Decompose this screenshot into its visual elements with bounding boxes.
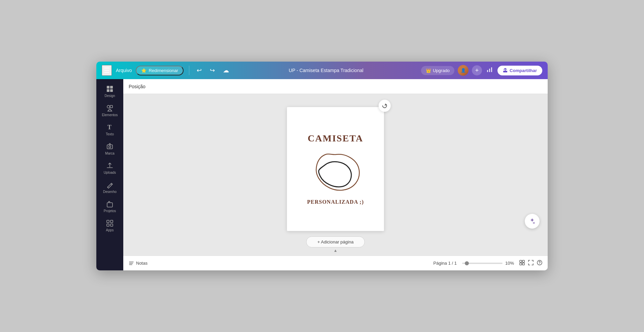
design-canvas[interactable]: CAMISETA PERSONALIZADA ;) <box>287 107 384 231</box>
canvas-text-bottom: PERSONALIZADA ;) <box>307 199 364 205</box>
svg-text:T: T <box>107 124 111 131</box>
document-title: UP - Camiseta Estampa Tradicional <box>235 68 417 73</box>
undo-button[interactable]: ↩ <box>195 66 204 75</box>
top-bar-right: 👑 Upgrado 👤 + Compartilhar <box>421 65 542 76</box>
help-button[interactable] <box>537 260 542 267</box>
bottom-right-icons <box>519 260 542 267</box>
svg-rect-26 <box>522 260 524 262</box>
design-icon <box>106 85 114 93</box>
elementos-icon <box>106 104 114 112</box>
svg-rect-25 <box>520 260 522 262</box>
divider <box>189 66 189 75</box>
upgrade-emoji: 👑 <box>426 68 431 73</box>
svg-rect-18 <box>107 224 109 226</box>
svg-point-8 <box>107 105 110 108</box>
svg-rect-5 <box>110 86 113 89</box>
projetos-icon <box>106 200 114 208</box>
sidebar-item-projetos[interactable]: Projetos <box>96 197 123 216</box>
redimensionar-button[interactable]: ⭐ Redimensionar <box>136 66 183 75</box>
sidebar-item-elementos[interactable]: Elementos <box>96 101 123 120</box>
svg-rect-6 <box>107 89 109 92</box>
sidebar-item-desenho[interactable]: Desenho <box>96 178 123 197</box>
sidebar-item-texto[interactable]: T Texto <box>96 120 123 139</box>
stats-button[interactable] <box>485 65 494 76</box>
redo-button[interactable]: ↪ <box>208 66 217 75</box>
upgrade-button[interactable]: 👑 Upgrado <box>421 66 454 75</box>
svg-rect-7 <box>110 89 113 92</box>
svg-marker-10 <box>108 109 112 111</box>
marca-icon <box>106 143 114 150</box>
grid-view-button[interactable] <box>519 260 525 267</box>
sidebar-label-texto: Texto <box>106 132 114 136</box>
avatar-image: 👤 <box>458 65 469 76</box>
svg-rect-0 <box>487 70 488 72</box>
cloud-save-button[interactable]: ☁ <box>221 66 231 75</box>
zoom-label: 10% <box>505 261 514 266</box>
svg-rect-28 <box>522 263 524 265</box>
texto-icon: T <box>106 124 114 131</box>
position-label: Posição <box>129 84 146 89</box>
add-collaborator-button[interactable]: + <box>472 65 482 75</box>
svg-rect-2 <box>491 67 492 72</box>
fullscreen-button[interactable] <box>528 260 534 267</box>
svg-rect-27 <box>520 263 522 265</box>
zoom-slider[interactable] <box>462 263 503 264</box>
notes-label: Notas <box>136 261 148 266</box>
redimensionar-label: Redimensionar <box>149 68 178 73</box>
main-body: Design Elementos T Texto <box>96 79 548 270</box>
svg-rect-1 <box>489 69 490 72</box>
bottom-bar: Notas Página 1 / 1 10% <box>123 256 548 270</box>
svg-rect-9 <box>110 105 112 108</box>
svg-point-24 <box>533 222 535 224</box>
ai-magic-button[interactable] <box>525 214 540 229</box>
add-page-button[interactable]: + Adicionar página <box>306 236 364 247</box>
zoom-thumb <box>465 261 469 265</box>
redimensionar-emoji: ⭐ <box>141 68 147 73</box>
toolbar: Posição <box>123 79 548 94</box>
sidebar-item-uploads[interactable]: Uploads <box>96 159 123 178</box>
canvas-artwork <box>305 148 366 195</box>
apps-icon <box>106 220 114 227</box>
sidebar-item-marca[interactable]: Marca <box>96 139 123 159</box>
svg-point-13 <box>109 143 110 145</box>
sidebar-item-apps[interactable]: Apps <box>96 216 123 235</box>
sidebar-label-projetos: Projetos <box>104 209 116 213</box>
canvas-text-top: CAMISETA <box>308 133 363 144</box>
desenho-icon <box>106 181 114 189</box>
sidebar-item-design[interactable]: Design <box>96 82 123 101</box>
sidebar-label-marca: Marca <box>105 152 115 155</box>
chevron-up-icon: ▲ <box>333 248 337 253</box>
content-area: Posição <box>123 79 548 270</box>
upgrade-label: Upgrado <box>433 68 450 73</box>
sidebar: Design Elementos T Texto <box>96 79 123 270</box>
share-label: Compartilhar <box>510 68 537 73</box>
svg-rect-12 <box>107 145 112 149</box>
svg-point-30 <box>539 264 540 264</box>
canvas-wrapper: CAMISETA PERSONALIZADA ;) <box>287 97 384 231</box>
svg-rect-15 <box>107 203 112 207</box>
arquivo-button[interactable]: Arquivo <box>116 68 132 73</box>
svg-rect-16 <box>107 220 109 223</box>
canvas-area[interactable]: CAMISETA PERSONALIZADA ;) <box>123 94 548 256</box>
svg-rect-17 <box>110 220 113 223</box>
page-indicator: Página 1 / 1 <box>433 261 457 266</box>
zoom-slider-area: 10% <box>462 261 514 266</box>
menu-button[interactable]: ☰ <box>102 65 112 76</box>
top-bar: ☰ Arquivo ⭐ Redimensionar ↩ ↪ ☁ UP - Cam… <box>96 62 548 79</box>
svg-rect-3 <box>503 71 507 72</box>
svg-rect-19 <box>110 224 113 226</box>
uploads-icon <box>106 162 114 169</box>
refresh-button[interactable] <box>379 100 391 112</box>
svg-rect-4 <box>107 86 109 89</box>
share-button[interactable]: Compartilhar <box>497 66 542 75</box>
avatar[interactable]: 👤 <box>458 65 469 76</box>
sidebar-label-uploads: Uploads <box>104 171 116 174</box>
notes-button[interactable]: Notas <box>129 261 148 266</box>
sidebar-label-design: Design <box>104 94 115 98</box>
sidebar-label-elementos: Elementos <box>102 113 118 117</box>
sidebar-label-desenho: Desenho <box>103 190 117 194</box>
svg-point-14 <box>109 146 111 148</box>
sidebar-label-apps: Apps <box>106 228 114 232</box>
